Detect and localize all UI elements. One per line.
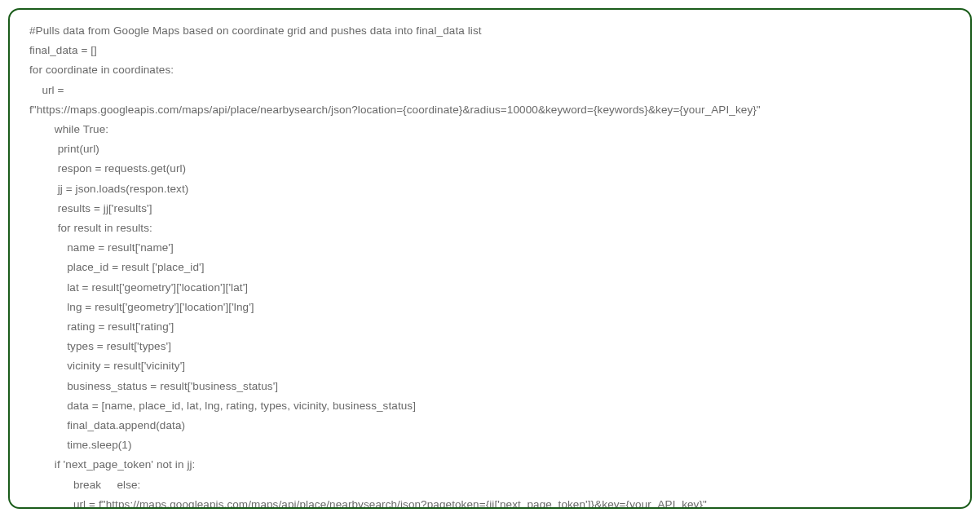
code-block-container: #Pulls data from Google Maps based on co…: [8, 8, 972, 509]
code-line: jj = json.loads(respon.text): [29, 179, 951, 199]
code-line: url =: [29, 81, 951, 100]
code-line: data = [name, place_id, lat, lng, rating…: [29, 396, 951, 416]
code-line: if 'next_page_token' not in jj:: [29, 455, 951, 475]
code-line: print(url): [29, 139, 951, 159]
code-line: #Pulls data from Google Maps based on co…: [29, 21, 951, 41]
code-line: break else:: [29, 475, 951, 495]
code-line: rating = result['rating']: [29, 317, 951, 337]
code-line: name = result['name']: [29, 238, 951, 258]
code-line: url = f"https://maps.googleapis.com/maps…: [29, 495, 951, 509]
code-line: vicinity = result['vicinity']: [29, 356, 951, 376]
code-line: business_status = result['business_statu…: [29, 377, 951, 396]
code-line: f"https://maps.googleapis.com/maps/api/p…: [29, 100, 951, 120]
code-line: types = result['types']: [29, 337, 951, 356]
code-line: lng = result['geometry']['location']['ln…: [29, 298, 951, 317]
code-line: for result in results:: [29, 219, 951, 238]
code-line: final_data = []: [29, 41, 951, 60]
code-line: final_data.append(data): [29, 416, 951, 435]
code-line: results = jj['results']: [29, 199, 951, 219]
code-line: lat = result['geometry']['location']['la…: [29, 278, 951, 298]
code-line: place_id = result ['place_id']: [29, 258, 951, 277]
code-line: time.sleep(1): [29, 435, 951, 455]
code-line: respon = requests.get(url): [29, 159, 951, 179]
code-line: for coordinate in coordinates:: [29, 60, 951, 80]
code-line: while True:: [29, 120, 951, 139]
